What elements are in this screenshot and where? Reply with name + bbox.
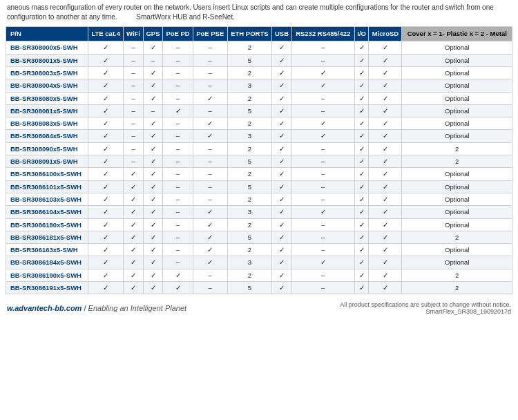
cell-pn: BB-SR308003x5-SWH bbox=[6, 66, 88, 79]
cell-cover: Optional bbox=[402, 256, 512, 269]
cell-wifi: ✓ bbox=[124, 244, 143, 256]
cell-usb: ✓ bbox=[272, 193, 292, 205]
table-row: BB-SR3086190x5-SWH✓✓✓✓–2✓–✓✓2 bbox=[6, 269, 512, 281]
cell-io: ✓ bbox=[354, 92, 369, 104]
col-header-microsd: MicroSD bbox=[369, 27, 402, 41]
cell-io: ✓ bbox=[354, 168, 369, 180]
cell-usb: ✓ bbox=[272, 155, 292, 168]
cell-cover: Optional bbox=[402, 92, 512, 104]
cell-gps: – bbox=[143, 54, 163, 66]
cell-lte: ✓ bbox=[88, 281, 124, 294]
col-header-io: I/O bbox=[354, 27, 369, 41]
cell-eth_ports: 2 bbox=[227, 41, 272, 54]
cell-io: ✓ bbox=[354, 256, 369, 269]
cell-io: ✓ bbox=[354, 281, 369, 294]
cell-cover: Optional bbox=[402, 117, 512, 130]
cell-pn: BB-SR308081x5-SWH bbox=[6, 104, 88, 117]
cell-rs232: ✓ bbox=[291, 256, 354, 269]
table-row: BB-SR308003x5-SWH✓–✓––2✓✓✓✓Optional bbox=[6, 66, 512, 79]
cell-gps: ✓ bbox=[143, 92, 163, 104]
cell-poe_pse: – bbox=[193, 104, 227, 117]
cell-usb: ✓ bbox=[272, 79, 292, 92]
col-header-poe-pse: PoE PSE bbox=[193, 27, 227, 41]
website-link[interactable]: w.advantech-bb.com bbox=[7, 304, 81, 312]
cell-usb: ✓ bbox=[272, 231, 292, 243]
cell-pn: BB-SR308000x5-SWH bbox=[6, 41, 88, 54]
table-row: BB-SR308000x5-SWH✓–✓––2✓–✓✓Optional bbox=[6, 41, 512, 54]
cell-eth_ports: 2 bbox=[227, 92, 272, 104]
cell-poe_pd: – bbox=[163, 206, 193, 218]
cell-wifi: ✓ bbox=[124, 269, 143, 281]
cell-rs232: ✓ bbox=[291, 206, 354, 218]
table-row: BB-SR3086101x5-SWH✓✓✓––5✓–✓✓Optional bbox=[6, 180, 512, 193]
cell-pn: BB-SR3086103x5-SWH bbox=[6, 193, 88, 205]
cell-poe_pse: – bbox=[193, 269, 227, 281]
cell-io: ✓ bbox=[354, 193, 369, 205]
cell-microsd: ✓ bbox=[369, 155, 402, 168]
cell-poe_pd: – bbox=[163, 117, 193, 130]
cell-cover: 2 bbox=[402, 142, 512, 155]
cell-eth_ports: 5 bbox=[227, 104, 272, 117]
cell-usb: ✓ bbox=[272, 92, 292, 104]
cell-microsd: ✓ bbox=[369, 180, 402, 193]
cell-eth_ports: 3 bbox=[227, 130, 272, 142]
cell-lte: ✓ bbox=[88, 41, 124, 54]
cell-gps: ✓ bbox=[143, 130, 163, 142]
cell-poe_pse: – bbox=[193, 180, 227, 193]
col-header-cover: Cover x = 1- Plastic x = 2 - Metal bbox=[402, 27, 512, 41]
cell-rs232: – bbox=[291, 92, 354, 104]
cell-cover: Optional bbox=[402, 104, 512, 117]
table-row: BB-SR308090x5-SWH✓–✓––2✓–✓✓2 bbox=[6, 142, 512, 155]
cell-poe_pd: – bbox=[163, 41, 193, 54]
cell-microsd: ✓ bbox=[369, 41, 402, 54]
cell-eth_ports: 3 bbox=[227, 79, 272, 92]
cell-cover: Optional bbox=[402, 218, 512, 231]
cell-poe_pse: – bbox=[193, 54, 227, 66]
table-row: BB-SR308001x5-SWH✓––––5✓–✓✓Optional bbox=[6, 54, 512, 66]
cell-poe_pd: – bbox=[163, 142, 193, 155]
cell-microsd: ✓ bbox=[369, 168, 402, 180]
cell-lte: ✓ bbox=[88, 193, 124, 205]
cell-microsd: ✓ bbox=[369, 79, 402, 92]
cell-poe_pd: – bbox=[163, 256, 193, 269]
cell-eth_ports: 2 bbox=[227, 269, 272, 281]
table-row: BB-SR308004x5-SWH✓–✓––3✓✓✓✓Optional bbox=[6, 79, 512, 92]
table-row: BB-SR308080x5-SWH✓–✓–✓2✓–✓✓Optional bbox=[6, 92, 512, 104]
footer-right: All product specifications are subject t… bbox=[340, 301, 511, 315]
cell-microsd: ✓ bbox=[369, 54, 402, 66]
cell-gps: ✓ bbox=[143, 66, 163, 79]
cell-poe_pse: – bbox=[193, 66, 227, 79]
cell-microsd: ✓ bbox=[369, 281, 402, 294]
cell-poe_pse: – bbox=[193, 281, 227, 294]
cell-gps: ✓ bbox=[143, 168, 163, 180]
cell-poe_pse: ✓ bbox=[193, 130, 227, 142]
comparison-table: P/N LTE cat.4 WiFi GPS PoE PD PoE PSE ET… bbox=[6, 26, 512, 294]
cell-rs232: ✓ bbox=[291, 117, 354, 130]
cell-poe_pd: ✓ bbox=[163, 269, 193, 281]
table-row: BB-SR308081x5-SWH✓––✓–5✓–✓✓Optional bbox=[6, 104, 512, 117]
table-row: BB-SR3086180x5-SWH✓✓✓–✓2✓–✓✓Optional bbox=[6, 218, 512, 231]
cell-cover: Optional bbox=[402, 130, 512, 142]
cell-lte: ✓ bbox=[88, 168, 124, 180]
cell-gps: ✓ bbox=[143, 180, 163, 193]
cell-wifi: – bbox=[124, 79, 143, 92]
cell-lte: ✓ bbox=[88, 92, 124, 104]
cell-cover: Optional bbox=[402, 206, 512, 218]
cell-microsd: ✓ bbox=[369, 193, 402, 205]
cell-microsd: ✓ bbox=[369, 269, 402, 281]
cell-pn: BB-SR3086180x5-SWH bbox=[6, 218, 88, 231]
cell-pn: BB-SR308090x5-SWH bbox=[6, 142, 88, 155]
table-row: BB-SR308083x5-SWH✓–✓–✓2✓✓✓✓Optional bbox=[6, 117, 512, 130]
table-row: BB-SR306163x5-SWH✓✓✓–✓2✓–✓✓Optional bbox=[6, 244, 512, 256]
cell-poe_pd: – bbox=[163, 66, 193, 79]
cell-eth_ports: 5 bbox=[227, 231, 272, 243]
cell-eth_ports: 5 bbox=[227, 180, 272, 193]
cell-lte: ✓ bbox=[88, 256, 124, 269]
cell-poe_pd: – bbox=[163, 180, 193, 193]
cell-lte: ✓ bbox=[88, 180, 124, 193]
cell-poe_pse: – bbox=[193, 79, 227, 92]
cell-usb: ✓ bbox=[272, 281, 292, 294]
cell-usb: ✓ bbox=[272, 168, 292, 180]
cell-usb: ✓ bbox=[272, 54, 292, 66]
cell-rs232: – bbox=[291, 244, 354, 256]
